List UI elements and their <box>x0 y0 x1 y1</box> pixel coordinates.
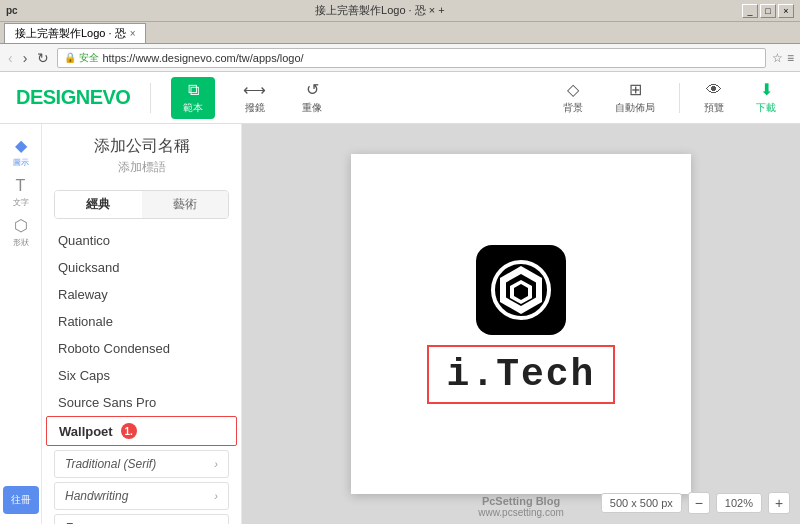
zoom-value[interactable]: 102% <box>716 493 762 513</box>
minimize-button[interactable]: _ <box>742 4 758 18</box>
copy-icon: ⧉ <box>188 81 199 99</box>
font-item-wallpoet[interactable]: Wallpoet 1. <box>46 416 237 446</box>
auto-layout-icon: ⊞ <box>629 80 642 99</box>
window-chrome: pc 接上完善製作Logo · 恐 × + _ □ × <box>0 0 800 22</box>
scene-icon: ◇ <box>567 80 579 99</box>
download-button[interactable]: ⬇ 下載 <box>748 76 784 119</box>
text-label: 文字 <box>13 197 29 208</box>
watermark-line1: PcSetting Blog <box>478 495 564 507</box>
font-category-traditional[interactable]: Traditional (Serif) › <box>54 450 229 478</box>
font-category-handwriting[interactable]: Handwriting › <box>54 482 229 510</box>
app-toolbar: DESIGNEVO ⧉ 範本 ⟷ 撥鏡 ↺ 重像 ◇ 背景 ⊞ 自動佈局 <box>0 72 800 124</box>
reset-icon: ↺ <box>306 80 319 99</box>
download-label: 下載 <box>756 101 776 115</box>
active-tab[interactable]: 接上完善製作Logo · 恐 × <box>4 23 146 43</box>
shape-label: 形狀 <box>13 237 29 248</box>
address-input[interactable]: 🔒 安全 https://www.designevo.com/tw/apps/l… <box>57 48 766 68</box>
font-item-source-sans-pro[interactable]: Source Sans Pro <box>46 389 237 416</box>
chevron-right-icon: › <box>214 458 218 470</box>
tab-artistic[interactable]: 藝術 <box>142 191 229 218</box>
menu-icon[interactable]: ≡ <box>787 51 794 65</box>
reset-button[interactable]: ↺ 重像 <box>294 76 330 119</box>
company-subtitle: 添加標語 <box>58 159 225 176</box>
font-item-rationale[interactable]: Rationale <box>46 308 237 335</box>
zoom-minus-button[interactable]: − <box>688 492 710 514</box>
wallpoet-badge: 1. <box>121 423 137 439</box>
font-category-funny[interactable]: Funny › <box>54 514 229 524</box>
app-logo: DESIGNEVO <box>16 86 130 109</box>
lock-icon: 🔒 <box>64 52 76 63</box>
font-item-raleway[interactable]: Raleway <box>46 281 237 308</box>
watermark-line2: www.pcsetting.com <box>478 507 564 518</box>
wallpoet-label: Wallpoet <box>59 424 113 439</box>
tab-label: 接上完善製作Logo · 恐 <box>15 26 126 41</box>
tab-classic[interactable]: 經典 <box>55 191 142 218</box>
nav-text-item[interactable]: T 文字 <box>3 174 39 210</box>
zoom-plus-button[interactable]: + <box>768 492 790 514</box>
secure-text: 安全 <box>79 51 99 65</box>
tab-bar: 接上完善製作Logo · 恐 × <box>0 22 800 44</box>
logo-svg-icon <box>481 250 561 330</box>
eye-icon: 👁 <box>706 81 722 99</box>
app-container: DESIGNEVO ⧉ 範本 ⟷ 撥鏡 ↺ 重像 ◇ 背景 ⊞ 自動佈局 <box>0 72 800 524</box>
scene-label: 背景 <box>563 101 583 115</box>
preview-button[interactable]: 👁 預覽 <box>696 77 732 119</box>
close-button[interactable]: × <box>778 4 794 18</box>
nav-shape-item[interactable]: ⬡ 形狀 <box>3 214 39 250</box>
window-controls[interactable]: _ □ × <box>742 4 794 18</box>
star-icon[interactable]: ☆ <box>772 51 783 65</box>
font-tabs: 經典 藝術 <box>54 190 229 219</box>
canvas-area: i.Tech 500 x 500 px − 102% + PcSetting B… <box>242 124 800 524</box>
copy-label: 範本 <box>183 101 203 115</box>
back-button[interactable]: ‹ <box>6 48 15 68</box>
left-nav: ◆ 圖示 T 文字 ⬡ 形狀 往冊 <box>0 124 42 524</box>
toolbar-right: ◇ 背景 ⊞ 自動佈局 👁 預覽 ⬇ 下載 <box>555 76 784 119</box>
font-list: Quantico Quicksand Raleway Rationale Rob… <box>42 227 241 524</box>
pc-label: pc <box>6 5 18 16</box>
font-item-quicksand[interactable]: Quicksand <box>46 254 237 281</box>
window-title-bar: pc <box>6 5 18 16</box>
scene-button[interactable]: ◇ 背景 <box>555 76 591 119</box>
logo-icon-area <box>476 245 566 335</box>
traditional-label: Traditional (Serif) <box>65 457 156 471</box>
canvas-wrapper[interactable]: i.Tech <box>351 154 691 494</box>
toolbar-divider-2 <box>679 83 680 113</box>
preview-label: 預覽 <box>704 101 724 115</box>
logo-design: DESIGN <box>16 86 90 108</box>
reset-label: 重像 <box>302 101 322 115</box>
download-icon: ⬇ <box>760 80 773 99</box>
font-item-six-caps[interactable]: Six Caps <box>46 362 237 389</box>
shake-icon: ⟷ <box>243 80 266 99</box>
maximize-button[interactable]: □ <box>760 4 776 18</box>
font-panel-header: 添加公司名稱 添加標語 <box>42 124 241 180</box>
logo-display-text: i.Tech <box>447 353 596 396</box>
register-label: 往冊 <box>11 493 31 507</box>
shape-icon: ⬡ <box>14 216 28 235</box>
font-item-roboto-condensed[interactable]: Roboto Condensed <box>46 335 237 362</box>
canvas-bottom-bar: 500 x 500 px − 102% + <box>601 492 790 514</box>
logo-canvas: i.Tech <box>427 245 616 404</box>
nav-icon-item[interactable]: ◆ 圖示 <box>3 134 39 170</box>
chevron-right-icon-2: › <box>214 490 218 502</box>
text-icon: T <box>16 177 26 195</box>
main-content: ◆ 圖示 T 文字 ⬡ 形狀 往冊 添加公司名稱 添加標語 經典 藝 <box>0 124 800 524</box>
address-icons: ☆ ≡ <box>772 51 794 65</box>
window-title: 接上完善製作Logo · 恐 × + <box>315 3 445 18</box>
tab-close-icon[interactable]: × <box>130 28 136 39</box>
icon-label: 圖示 <box>13 157 29 168</box>
handwriting-label: Handwriting <box>65 489 128 503</box>
shake-label: 撥鏡 <box>245 101 265 115</box>
size-selector[interactable]: 500 x 500 px <box>601 493 682 513</box>
forward-button[interactable]: › <box>21 48 30 68</box>
shake-button[interactable]: ⟷ 撥鏡 <box>235 76 274 119</box>
watermark: PcSetting Blog www.pcsetting.com <box>478 495 564 518</box>
register-button[interactable]: 往冊 <box>3 486 39 514</box>
copy-template-button[interactable]: ⧉ 範本 <box>171 77 215 119</box>
address-bar: ‹ › ↻ 🔒 安全 https://www.designevo.com/tw/… <box>0 44 800 72</box>
font-item-quantico[interactable]: Quantico <box>46 227 237 254</box>
logo-evo: EVO <box>90 86 131 108</box>
logo-text-area[interactable]: i.Tech <box>427 345 616 404</box>
auto-layout-button[interactable]: ⊞ 自動佈局 <box>607 76 663 119</box>
refresh-button[interactable]: ↻ <box>35 48 51 68</box>
company-name-title: 添加公司名稱 <box>58 136 225 157</box>
